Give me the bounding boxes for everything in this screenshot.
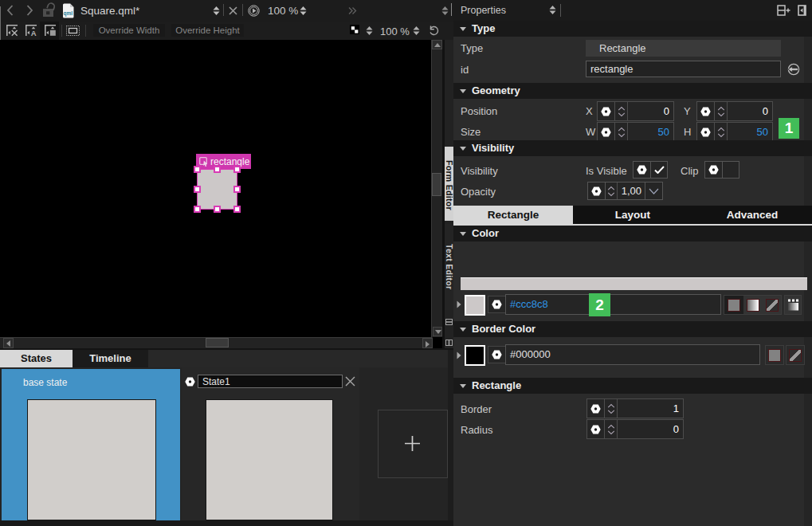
svg-text:qml: qml	[63, 10, 73, 17]
svg-text:A: A	[31, 29, 37, 37]
